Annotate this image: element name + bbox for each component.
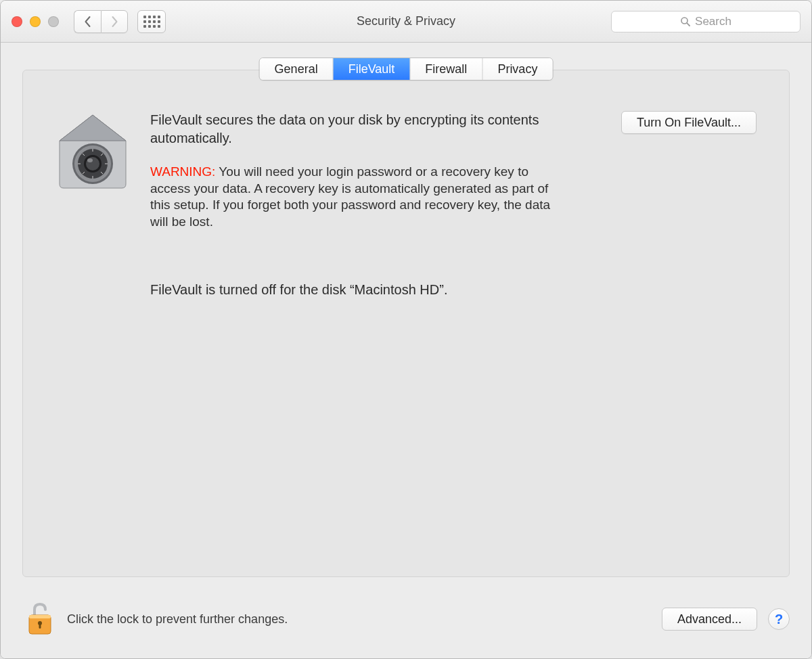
- tab-bar: General FileVault Firewall Privacy: [259, 58, 554, 81]
- svg-point-14: [86, 157, 99, 171]
- filevault-headline: FileVault secures the data on your disk …: [150, 111, 563, 147]
- close-window-button[interactable]: [12, 16, 22, 27]
- filevault-text: FileVault secures the data on your disk …: [150, 111, 563, 298]
- forward-button[interactable]: [101, 10, 128, 33]
- back-button[interactable]: [74, 10, 101, 33]
- chevron-left-icon: [83, 16, 92, 28]
- system-preferences-window: Security & Privacy Search General FileVa…: [0, 0, 812, 659]
- minimize-window-button[interactable]: [30, 16, 41, 27]
- lock-button[interactable]: [22, 601, 58, 637]
- nav-buttons: [74, 10, 128, 33]
- tab-firewall[interactable]: Firewall: [410, 58, 482, 80]
- search-input[interactable]: Search: [611, 11, 800, 32]
- content-area: General FileVault Firewall Privacy: [1, 43, 811, 658]
- svg-point-15: [87, 158, 93, 162]
- tab-general[interactable]: General: [260, 58, 334, 80]
- search-icon: [680, 16, 691, 27]
- zoom-window-button[interactable]: [48, 16, 59, 27]
- lock-hint-text: Click the lock to prevent further change…: [67, 612, 288, 627]
- advanced-button[interactable]: Advanced...: [662, 608, 757, 631]
- panel-inner: FileVault secures the data on your disk …: [55, 111, 757, 298]
- svg-rect-19: [39, 623, 41, 629]
- grid-icon: [143, 16, 160, 28]
- window-controls: [12, 16, 59, 27]
- warning-label: WARNING:: [150, 164, 215, 179]
- filevault-warning: WARNING: You will need your login passwo…: [150, 164, 563, 231]
- filevault-panel: FileVault secures the data on your disk …: [22, 70, 790, 577]
- svg-line-1: [687, 23, 690, 26]
- titlebar: Security & Privacy Search: [1, 1, 811, 43]
- turn-on-filevault-button[interactable]: Turn On FileVault...: [621, 111, 757, 134]
- tab-privacy[interactable]: Privacy: [482, 58, 552, 80]
- unlocked-lock-icon: [24, 601, 56, 637]
- help-button[interactable]: ?: [768, 608, 790, 630]
- footer: Click the lock to prevent further change…: [22, 599, 790, 639]
- svg-rect-17: [29, 615, 51, 618]
- filevault-icon: [55, 111, 130, 298]
- filevault-status: FileVault is turned off for the disk “Ma…: [150, 282, 563, 298]
- tab-filevault[interactable]: FileVault: [334, 58, 411, 80]
- show-all-button[interactable]: [137, 10, 166, 33]
- search-placeholder: Search: [695, 15, 731, 28]
- chevron-right-icon: [110, 16, 119, 28]
- window-title: Security & Privacy: [357, 14, 455, 28]
